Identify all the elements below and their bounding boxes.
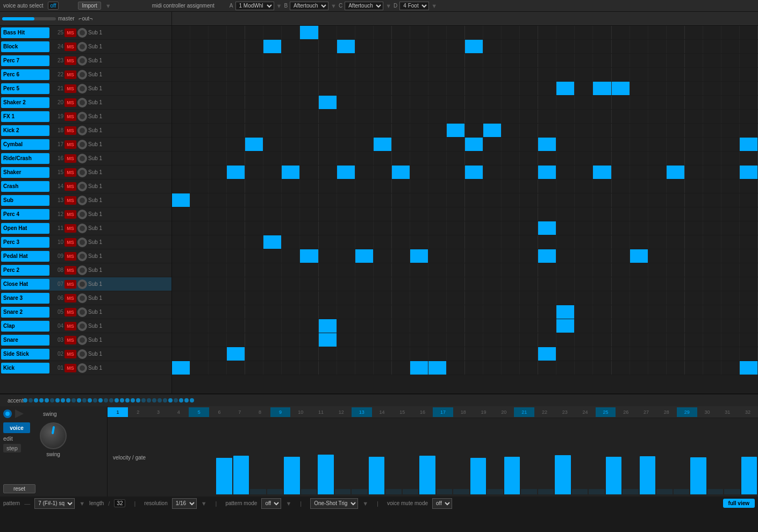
grid-cell[interactable]	[612, 138, 630, 151]
step-number[interactable]: 15	[392, 407, 412, 417]
grid-cell[interactable]	[612, 68, 630, 81]
grid-cell[interactable]	[319, 152, 337, 165]
step-number[interactable]: 14	[372, 407, 392, 417]
grid-cell[interactable]	[465, 166, 483, 179]
grid-cell[interactable]	[575, 166, 593, 179]
grid-cell[interactable]	[337, 138, 355, 151]
grid-cell[interactable]	[593, 347, 611, 361]
grid-cell[interactable]	[300, 124, 318, 137]
track-row[interactable]: Perc 7 23 MS Sub 1	[0, 54, 171, 68]
grid-cell[interactable]	[172, 263, 190, 277]
grid-cell[interactable]	[667, 207, 685, 221]
grid-cell[interactable]	[190, 152, 209, 165]
track-name-4[interactable]: Perc 5	[1, 83, 49, 94]
midi-select-a[interactable]: 1 ModWhl	[235, 2, 274, 10]
track-name-7[interactable]: Kick 2	[1, 125, 49, 136]
grid-cell[interactable]	[556, 221, 575, 235]
step-number[interactable]: 29	[677, 407, 697, 417]
grid-cell[interactable]	[227, 249, 245, 263]
oneshot-select[interactable]: One-Shot Trig	[310, 498, 358, 509]
grid-cell[interactable]	[575, 361, 593, 375]
velocity-bar[interactable]	[674, 489, 690, 494]
grid-cell[interactable]	[172, 291, 190, 305]
grid-cell[interactable]	[374, 235, 392, 249]
grid-cell[interactable]	[263, 82, 282, 95]
grid-cell[interactable]	[740, 235, 758, 249]
grid-cell[interactable]	[282, 263, 300, 277]
step-number[interactable]: 19	[474, 407, 494, 417]
grid-cell[interactable]	[648, 166, 667, 179]
grid-cell[interactable]	[556, 40, 575, 53]
grid-cell[interactable]	[282, 54, 300, 67]
grid-cell[interactable]	[740, 305, 758, 319]
grid-cell[interactable]	[209, 110, 227, 123]
grid-cell[interactable]	[648, 291, 667, 305]
circle-btn-3[interactable]	[77, 70, 87, 80]
grid-cell[interactable]	[721, 179, 740, 193]
grid-cell[interactable]	[520, 347, 538, 361]
velocity-bar[interactable]	[538, 489, 554, 494]
grid-cell[interactable]	[465, 277, 483, 291]
circle-btn-5[interactable]	[77, 98, 87, 107]
grid-cell[interactable]	[337, 333, 355, 347]
grid-cell[interactable]	[209, 179, 227, 193]
grid-cell[interactable]	[190, 333, 209, 347]
grid-cell[interactable]	[447, 263, 465, 277]
grid-cell[interactable]	[593, 305, 611, 319]
grid-cell[interactable]	[227, 277, 245, 291]
track-row[interactable]: Crash 14 MS Sub 1	[0, 179, 171, 193]
track-row[interactable]: Shaker 2 20 MS Sub 1	[0, 96, 171, 110]
grid-cell[interactable]	[667, 305, 685, 319]
grid-cell[interactable]	[740, 347, 758, 361]
grid-cell[interactable]	[520, 333, 538, 347]
grid-cell[interactable]	[172, 40, 190, 53]
velocity-bar[interactable]	[352, 489, 368, 494]
pattern-select[interactable]: 7 (F#-1) sq	[34, 498, 75, 509]
grid-cell[interactable]	[355, 179, 374, 193]
grid-cell[interactable]	[282, 249, 300, 263]
grid-cell[interactable]	[575, 26, 593, 39]
swing-knob[interactable]	[40, 422, 67, 449]
grid-cell[interactable]	[227, 221, 245, 235]
grid-cell[interactable]	[538, 179, 556, 193]
grid-cell[interactable]	[374, 193, 392, 207]
track-row[interactable]: Perc 2 08 MS Sub 1	[0, 263, 171, 277]
grid-cell[interactable]	[630, 152, 648, 165]
grid-cell[interactable]	[740, 68, 758, 81]
grid-cell[interactable]	[337, 124, 355, 137]
track-name-19[interactable]: Snare 3	[1, 293, 49, 304]
grid-cell[interactable]	[593, 96, 611, 109]
ms-button-16[interactable]: MS	[65, 252, 76, 261]
grid-cell[interactable]	[465, 193, 483, 207]
grid-cell[interactable]	[428, 263, 447, 277]
grid-cell[interactable]	[392, 82, 410, 95]
grid-cell[interactable]	[648, 124, 667, 137]
step-button[interactable]: step	[3, 444, 21, 452]
master-slider[interactable]	[2, 17, 56, 20]
grid-cell[interactable]	[300, 179, 318, 193]
ms-button-23[interactable]: MS	[65, 350, 76, 358]
grid-cell[interactable]	[538, 54, 556, 67]
grid-cell[interactable]	[685, 291, 703, 305]
track-row[interactable]: Open Hat 11 MS Sub 1	[0, 221, 171, 235]
track-row[interactable]: Perc 3 10 MS Sub 1	[0, 235, 171, 249]
grid-cell[interactable]	[703, 96, 721, 109]
grid-cell[interactable]	[282, 347, 300, 361]
grid-cell[interactable]	[575, 124, 593, 137]
grid-cell[interactable]	[740, 26, 758, 39]
ms-button-14[interactable]: MS	[65, 224, 76, 233]
grid-cell[interactable]	[410, 305, 428, 319]
grid-cell[interactable]	[447, 152, 465, 165]
grid-cell[interactable]	[556, 124, 575, 137]
track-name-22[interactable]: Snare	[1, 335, 49, 346]
grid-cell[interactable]	[483, 26, 502, 39]
grid-cell[interactable]	[355, 54, 374, 67]
grid-cell[interactable]	[337, 54, 355, 67]
grid-cell[interactable]	[502, 333, 520, 347]
grid-cell[interactable]	[685, 96, 703, 109]
grid-cell[interactable]	[502, 235, 520, 249]
grid-cell[interactable]	[263, 152, 282, 165]
grid-cell[interactable]	[556, 361, 575, 375]
grid-cell[interactable]	[538, 207, 556, 221]
grid-cell[interactable]	[575, 68, 593, 81]
